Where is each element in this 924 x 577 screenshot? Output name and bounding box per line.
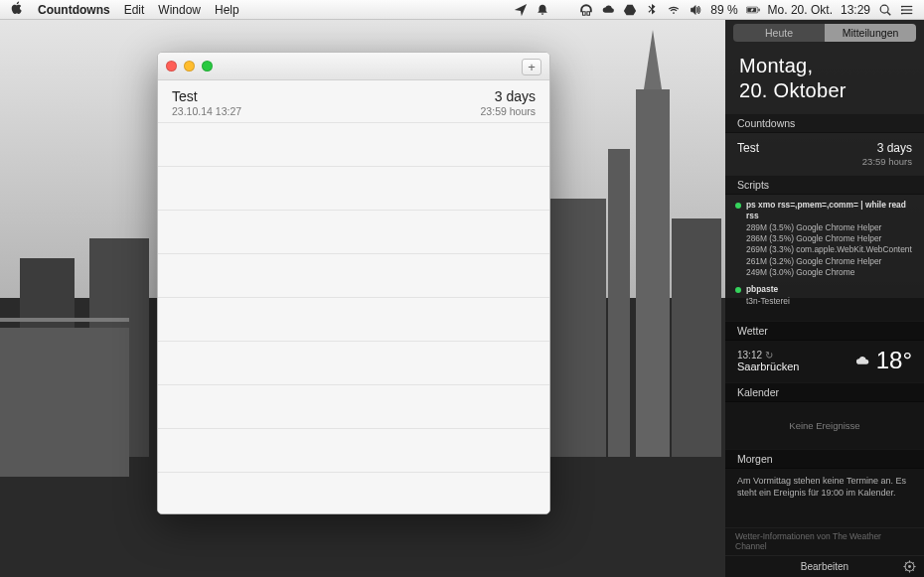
bell-icon[interactable] — [536, 3, 549, 17]
apple-icon[interactable] — [10, 1, 24, 18]
section-tomorrow: Morgen — [725, 449, 924, 469]
crescent-icon[interactable] — [557, 3, 571, 17]
svg-point-22 — [901, 12, 903, 14]
tab-notifications[interactable]: Mitteilungen — [825, 24, 916, 42]
countdown-time-left: 23:59 hours — [481, 105, 536, 117]
notification-center: Heute Mitteilungen Montag, 20. Oktober C… — [725, 0, 924, 577]
script-output-line: 269M (3.3%) com.apple.WebKit.WebContent — [735, 244, 914, 255]
location-icon[interactable] — [514, 3, 528, 17]
svg-point-21 — [901, 9, 903, 11]
script-command: ps xmo rss=,pmem=,comm= | while read rss — [746, 200, 906, 220]
battery-icon[interactable] — [746, 3, 760, 17]
nc-weather-widget[interactable]: 13:12 ↻ Saarbrücken 18° — [725, 341, 924, 382]
weather-attribution: Wetter-Informationen von The Weather Cha… — [735, 531, 914, 551]
menubar-time[interactable]: 13:29 — [841, 3, 870, 17]
script-output-line: 261M (3.2%) Google Chrome Helper — [735, 256, 914, 267]
window-titlebar[interactable]: + — [158, 53, 549, 80]
drive-icon[interactable] — [623, 3, 637, 17]
nc-countdown-item[interactable]: Test 3 days 23:59 hours — [725, 133, 924, 175]
svg-rect-9 — [0, 328, 129, 477]
battery-text: 89 % — [710, 3, 737, 17]
svg-line-16 — [887, 12, 890, 15]
headphones-icon[interactable] — [579, 3, 593, 17]
nc-countdown-title: Test — [737, 141, 759, 155]
tab-today[interactable]: Heute — [733, 24, 825, 42]
nc-tabs: Heute Mitteilungen — [733, 24, 916, 42]
cloud-icon[interactable] — [601, 3, 615, 17]
weather-time: 13:12 — [737, 350, 762, 361]
svg-point-24 — [908, 565, 911, 568]
window-close-button[interactable] — [166, 61, 177, 72]
tomorrow-text: Am Vormittag stehen keine Termine an. Es… — [725, 469, 924, 508]
section-countdowns: Countdowns — [725, 113, 924, 133]
reload-icon[interactable]: ↻ — [765, 350, 773, 361]
menu-bar: Countdowns Edit Window Help 89 % Mo. 20.… — [0, 0, 924, 20]
app-name[interactable]: Countdowns — [38, 3, 110, 17]
menu-window[interactable]: Window — [158, 3, 201, 17]
menu-edit[interactable]: Edit — [124, 3, 145, 17]
weather-temp: 18° — [876, 347, 912, 374]
svg-rect-10 — [0, 318, 129, 322]
notification-center-icon[interactable] — [900, 3, 914, 17]
countdown-days: 3 days — [495, 88, 536, 104]
status-dot-icon — [735, 203, 741, 209]
svg-rect-4 — [546, 199, 606, 457]
gear-icon[interactable] — [903, 560, 916, 573]
bluetooth-icon[interactable] — [645, 3, 659, 17]
svg-rect-6 — [636, 89, 670, 457]
nc-date-line2: 20. Oktober — [739, 78, 910, 103]
calendar-empty: Keine Ereignisse — [725, 402, 924, 449]
menubar-date[interactable]: Mo. 20. Okt. — [768, 3, 833, 17]
svg-point-20 — [901, 5, 903, 7]
window-minimize-button[interactable] — [184, 61, 195, 72]
svg-marker-11 — [624, 4, 636, 15]
svg-rect-5 — [608, 149, 630, 457]
edit-button[interactable]: Bearbeiten — [801, 561, 848, 572]
status-dot-icon — [735, 287, 741, 293]
empty-rows — [158, 123, 549, 473]
countdowns-window: + Test 3 days 23.10.14 13:27 23:59 hours — [157, 52, 550, 514]
nc-date: Montag, 20. Oktober — [725, 48, 924, 113]
nc-date-line1: Montag, — [739, 54, 910, 78]
section-calendar: Kalender — [725, 382, 924, 402]
weather-cloud-icon — [855, 355, 870, 366]
script-output-line: t3n-Testerei — [735, 296, 914, 307]
svg-rect-13 — [758, 8, 759, 11]
script-block: ps xmo rss=,pmem=,comm= | while read rss… — [735, 200, 914, 278]
wifi-icon[interactable] — [667, 3, 681, 17]
weather-location: Saarbrücken — [737, 361, 799, 372]
section-scripts: Scripts — [725, 175, 924, 195]
window-zoom-button[interactable] — [202, 61, 213, 72]
volume-icon[interactable] — [689, 3, 702, 17]
script-output-line: 249M (3.0%) Google Chrome — [735, 267, 914, 278]
menu-help[interactable]: Help — [215, 3, 239, 17]
add-countdown-button[interactable]: + — [522, 59, 541, 75]
script-block: pbpaste t3n-Testerei — [735, 284, 914, 307]
countdown-title: Test — [172, 88, 198, 104]
svg-rect-8 — [672, 218, 721, 457]
script-command: pbpaste — [746, 284, 778, 294]
nc-countdown-hours: 23:59 hours — [737, 156, 912, 167]
script-output-line: 289M (3.5%) Google Chrome Helper — [735, 222, 914, 233]
script-output-line: 286M (3.5%) Google Chrome Helper — [735, 233, 914, 244]
section-weather: Wetter — [725, 321, 924, 341]
countdown-due-date: 23.10.14 13:27 — [172, 105, 241, 117]
countdown-item[interactable]: Test 3 days 23.10.14 13:27 23:59 hours — [158, 80, 549, 123]
spotlight-icon[interactable] — [878, 3, 892, 17]
nc-countdown-days: 3 days — [877, 141, 912, 155]
svg-point-15 — [880, 5, 888, 13]
